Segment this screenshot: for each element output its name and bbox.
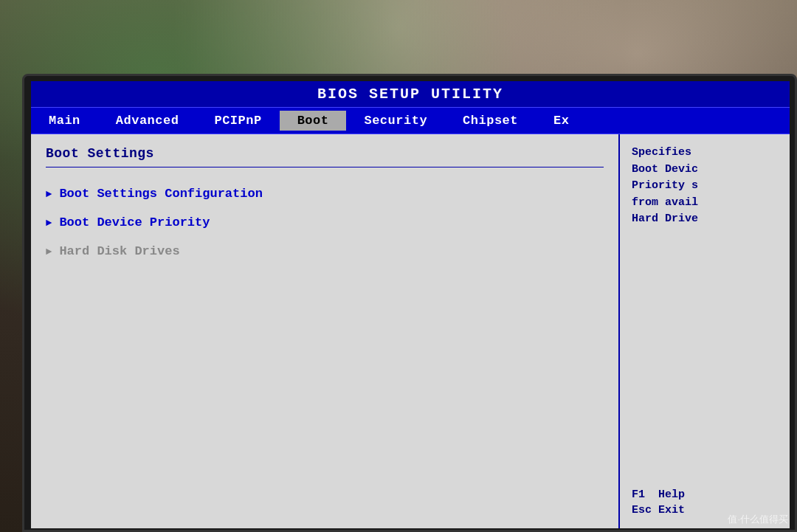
nav-chipset[interactable]: Chipset bbox=[445, 111, 536, 131]
nav-advanced[interactable]: Advanced bbox=[98, 111, 197, 131]
key-esc: Esc bbox=[632, 504, 658, 517]
bios-title-bar: BIOS SETUP UTILITY bbox=[31, 81, 790, 107]
nav-pciPnP[interactable]: PCIPnP bbox=[196, 111, 279, 131]
help-line-2: Boot Devic bbox=[632, 162, 778, 179]
label-help: Help bbox=[658, 488, 685, 501]
monitor-screen: BIOS SETUP UTILITY Main Advanced PCIPnP … bbox=[31, 81, 790, 528]
label-exit: Exit bbox=[658, 504, 685, 517]
help-line-3: Priority s bbox=[632, 178, 778, 195]
menu-boot-device-priority[interactable]: ► Boot Device Priority bbox=[46, 208, 604, 237]
help-line-1: Specifies bbox=[632, 145, 778, 162]
nav-security[interactable]: Security bbox=[346, 111, 445, 131]
help-line-4: from avail bbox=[632, 195, 778, 212]
nav-main[interactable]: Main bbox=[31, 111, 98, 131]
arrow-icon-1: ► bbox=[46, 188, 52, 200]
help-text-block: Specifies Boot Devic Priority s from ava… bbox=[632, 145, 778, 228]
section-title: Boot Settings bbox=[46, 146, 604, 161]
section-divider bbox=[46, 167, 604, 167]
arrow-icon-2: ► bbox=[46, 217, 52, 229]
watermark: 值·什么值得买 bbox=[728, 513, 788, 526]
menu-label-boot-settings-config: Boot Settings Configuration bbox=[59, 187, 262, 201]
menu-label-boot-device-priority: Boot Device Priority bbox=[59, 215, 210, 229]
nav-boot[interactable]: Boot bbox=[280, 111, 347, 131]
arrow-icon-3: ► bbox=[46, 246, 52, 258]
help-line-5: Hard Drive bbox=[632, 211, 778, 228]
left-panel: Boot Settings ► Boot Settings Configurat… bbox=[31, 134, 620, 528]
menu-hard-disk-drives: ► Hard Disk Drives bbox=[46, 237, 604, 266]
nav-bar: Main Advanced PCIPnP Boot Security Chips… bbox=[31, 107, 790, 134]
right-panel: Specifies Boot Devic Priority s from ava… bbox=[620, 134, 790, 528]
key-f1: F1 bbox=[632, 488, 658, 501]
menu-label-hard-disk-drives: Hard Disk Drives bbox=[59, 244, 179, 258]
nav-ex[interactable]: Ex bbox=[536, 111, 587, 131]
content-area: Boot Settings ► Boot Settings Configurat… bbox=[31, 134, 790, 528]
menu-boot-settings-config[interactable]: ► Boot Settings Configuration bbox=[46, 179, 604, 208]
key-hint-f1: F1 Help bbox=[632, 488, 778, 501]
bios-title: BIOS SETUP UTILITY bbox=[317, 86, 503, 103]
